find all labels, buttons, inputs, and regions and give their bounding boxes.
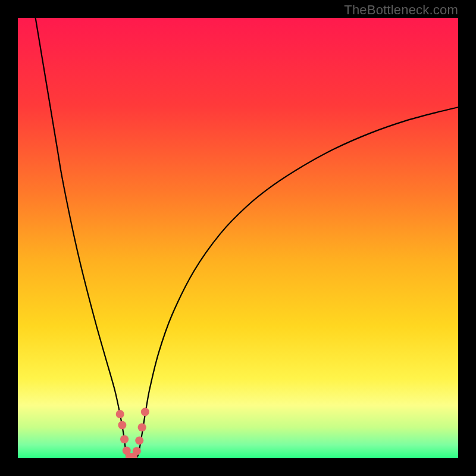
- watermark-text: TheBottleneck.com: [344, 2, 458, 18]
- plot-area: [18, 18, 458, 458]
- valley-marker: [135, 436, 143, 444]
- bottleneck-curve: [36, 18, 458, 458]
- valley-marker: [118, 421, 126, 430]
- curve-layer: [18, 18, 458, 458]
- valley-marker: [141, 408, 149, 416]
- chart-frame: TheBottleneck.com: [0, 0, 476, 476]
- valley-markers: [116, 408, 149, 458]
- valley-marker: [116, 410, 124, 418]
- valley-marker: [133, 447, 141, 455]
- valley-marker: [138, 423, 146, 431]
- valley-marker: [120, 435, 129, 443]
